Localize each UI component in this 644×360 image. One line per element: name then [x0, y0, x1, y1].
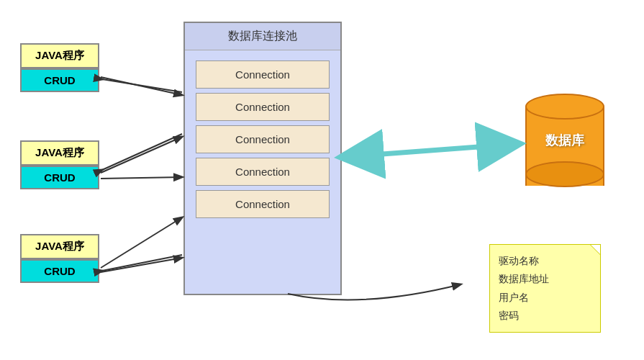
crud-label-2: CRUD	[20, 166, 99, 189]
database-cylinder: 数据库	[525, 94, 604, 187]
svg-line-0	[101, 77, 182, 95]
svg-line-2	[101, 137, 182, 173]
note-line-3: 用户名	[499, 289, 591, 307]
java-group-1: JAVA程序 CRUD	[20, 43, 99, 92]
note-line-4: 密码	[499, 307, 591, 325]
svg-line-4	[101, 177, 182, 179]
connection-5: Connection	[196, 190, 330, 218]
pool-title: 数据库连接池	[185, 23, 340, 50]
note-line-1: 驱动名称	[499, 252, 591, 270]
svg-line-8	[344, 144, 517, 157]
connection-3: Connection	[196, 125, 330, 153]
note-box: 驱动名称 数据库地址 用户名 密码	[489, 244, 601, 333]
svg-line-7	[102, 255, 182, 271]
note-line-2: 数据库地址	[499, 270, 591, 288]
connection-4: Connection	[196, 158, 330, 186]
java-group-2: JAVA程序 CRUD	[20, 140, 99, 189]
pool-connections-list: Connection Connection Connection Connect…	[185, 53, 340, 225]
java-label-2: JAVA程序	[20, 140, 99, 166]
svg-line-1	[102, 79, 182, 92]
connection-1: Connection	[196, 60, 330, 89]
svg-line-3	[102, 134, 182, 170]
diagram-container: JAVA程序 CRUD JAVA程序 CRUD JAVA程序 CRUD 数据库连…	[0, 0, 644, 360]
db-ellipse-top	[525, 94, 604, 120]
java-group-3: JAVA程序 CRUD	[20, 234, 99, 283]
crud-label-1: CRUD	[20, 68, 99, 92]
svg-line-5	[101, 217, 182, 268]
database-label: 数据库	[545, 132, 584, 149]
svg-line-6	[101, 258, 182, 272]
java-label-3: JAVA程序	[20, 234, 99, 259]
java-label-1: JAVA程序	[20, 43, 99, 68]
connection-pool: 数据库连接池 Connection Connection Connection …	[183, 22, 342, 295]
connection-2: Connection	[196, 93, 330, 121]
crud-label-3: CRUD	[20, 259, 99, 283]
db-ellipse-bottom	[525, 161, 604, 187]
